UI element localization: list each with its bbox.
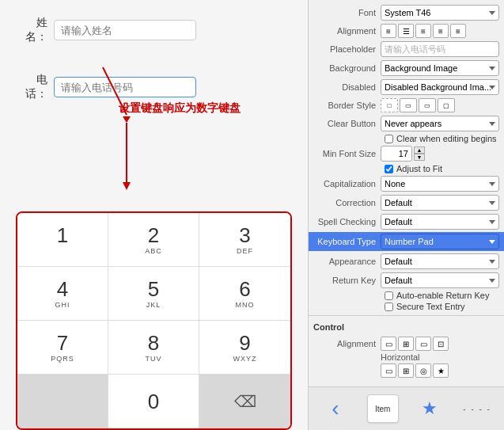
border-style-row: Border Style □ ▭ ▭ ▢ <box>309 97 504 114</box>
name-input[interactable] <box>54 20 196 40</box>
disabled-row: Disabled Disabled Background Ima... <box>309 78 504 97</box>
numpad-key-3[interactable]: 3 DEF <box>199 213 290 267</box>
numpad-grid: 1 2 ABC 3 DEF 4 GHI 5 JKL 6 MNO <box>17 213 290 428</box>
ctrl-valign-1[interactable]: ▭ <box>381 363 396 378</box>
numpad-key-8[interactable]: 8 TUV <box>108 321 199 375</box>
font-size-up-btn[interactable]: ▲ <box>414 147 425 154</box>
name-row: 姓名： <box>16 16 292 44</box>
item-toolbar-btn[interactable]: Item <box>367 394 399 423</box>
align-center-btn[interactable]: ☰ <box>398 24 414 38</box>
control-alignment-label: Alignment <box>313 339 381 348</box>
svg-marker-3 <box>123 182 131 190</box>
divider-1 <box>309 315 504 316</box>
phone-input[interactable] <box>54 77 196 97</box>
numpad-key-6[interactable]: 6 MNO <box>199 267 290 321</box>
dots-toolbar-btn[interactable]: - - - - <box>461 394 493 423</box>
ctrl-align-3[interactable]: ▭ <box>415 337 431 351</box>
align-left-btn[interactable]: ≡ <box>381 24 396 38</box>
dots-icon: - - - - <box>463 405 491 413</box>
return-key-row: Return Key Default <box>309 271 504 290</box>
phone-label: 电话： <box>16 73 47 101</box>
background-label: Background <box>313 63 381 73</box>
font-size-down-btn[interactable]: ▼ <box>414 154 425 161</box>
border-style-buttons: □ ▭ ▭ ▢ <box>381 98 499 112</box>
numpad-key-1[interactable]: 1 <box>17 213 108 267</box>
numpad-key-empty <box>17 375 108 428</box>
background-control: Background Image <box>381 60 499 76</box>
background-row: Background Background Image <box>309 59 504 78</box>
placeholder-input[interactable] <box>381 41 499 57</box>
return-key-label: Return Key <box>313 276 381 285</box>
clear-button-row: Clear Button Never appears <box>309 114 504 133</box>
min-font-label: Min Font Size <box>313 149 381 158</box>
appearance-control: Default <box>381 253 499 269</box>
phone-row: 电话： <box>16 73 292 101</box>
correction-label: Correction <box>313 198 381 207</box>
properties-area: Font System T46 Alignment ≡ ☰ ≡ ≡ ≡ Plac… <box>309 0 504 386</box>
numpad-key-7[interactable]: 7 PQRS <box>17 321 108 375</box>
numpad-key-9[interactable]: 9 WXYZ <box>199 321 290 375</box>
disabled-select[interactable]: Disabled Background Ima... <box>381 79 499 95</box>
ctrl-valign-3[interactable]: ◎ <box>415 363 431 378</box>
min-font-control: ▲ ▼ <box>381 146 499 162</box>
appearance-label: Appearance <box>313 257 381 266</box>
control-alignment-row2: ▭ ⊞ ◎ ★ <box>309 362 504 379</box>
back-icon: ‹ <box>332 396 339 421</box>
capitalization-select[interactable]: None <box>381 176 499 192</box>
numpad-key-0[interactable]: 0 <box>108 375 199 428</box>
left-panel: 姓名： 设置键盘响应为数字键盘 电话： 添加 1 2 <box>0 0 309 430</box>
clear-editing-label: Clear when editing begins <box>396 134 497 143</box>
star-toolbar-btn[interactable]: ★ <box>414 394 445 423</box>
numpad-key-5[interactable]: 5 JKL <box>108 267 199 321</box>
numpad-key-4[interactable]: 4 GHI <box>17 267 108 321</box>
align-justify-btn[interactable]: ≡ <box>433 24 449 38</box>
ctrl-align-4[interactable]: ⊡ <box>433 337 449 351</box>
secure-text-checkbox[interactable] <box>385 303 393 311</box>
numpad-key-backspace[interactable]: ⌫ <box>199 375 290 428</box>
keyboard-type-row: Keyboard Type Number Pad <box>309 232 504 251</box>
border-none-btn[interactable]: □ <box>381 98 398 112</box>
numpad-key-2[interactable]: 2 ABC <box>108 213 199 267</box>
ctrl-valign-4[interactable]: ★ <box>433 363 449 378</box>
min-font-row: Min Font Size ▲ ▼ <box>309 144 504 163</box>
adjust-fit-row: Adjust to Fit <box>309 163 504 174</box>
capitalization-label: Capitalization <box>313 179 381 188</box>
align-right-btn[interactable]: ≡ <box>415 24 431 38</box>
background-select[interactable]: Background Image <box>381 60 499 76</box>
adjust-fit-checkbox[interactable] <box>385 165 393 173</box>
align-natural-btn[interactable]: ≡ <box>450 24 466 38</box>
item-label: Item <box>375 405 390 413</box>
spell-checking-label: Spell Checking <box>313 217 381 226</box>
clear-editing-row: Clear when editing begins <box>309 133 504 144</box>
ctrl-align-1[interactable]: ▭ <box>381 337 396 351</box>
alignment-buttons: ≡ ☰ ≡ ≡ ≡ <box>381 24 499 38</box>
ctrl-align-2[interactable]: ⊞ <box>398 337 414 351</box>
spell-checking-select[interactable]: Default <box>381 214 499 230</box>
control-section-header: Control <box>309 319 504 335</box>
placeholder-control <box>381 41 499 57</box>
font-select[interactable]: System T46 <box>381 5 499 21</box>
border-line-btn[interactable]: ▭ <box>400 98 417 112</box>
appearance-select[interactable]: Default <box>381 253 499 269</box>
alignment-row: Alignment ≡ ☰ ≡ ≡ ≡ <box>309 22 504 40</box>
border-bezel-btn[interactable]: ▭ <box>419 98 436 112</box>
secure-text-label: Secure Text Entry <box>396 302 465 311</box>
min-font-input[interactable] <box>381 146 412 162</box>
keyboard-type-label: Keyboard Type <box>313 237 381 246</box>
clear-editing-checkbox[interactable] <box>385 135 393 143</box>
ctrl-valign-2[interactable]: ⊞ <box>398 363 414 378</box>
correction-select[interactable]: Default <box>381 195 499 211</box>
auto-enable-checkbox[interactable] <box>385 291 393 300</box>
back-toolbar-btn[interactable]: ‹ <box>320 394 351 423</box>
control-alignment-buttons2: ▭ ⊞ ◎ ★ <box>381 363 499 378</box>
form-area: 姓名： 设置键盘响应为数字键盘 电话： <box>0 0 308 120</box>
border-rounded-btn[interactable]: ▢ <box>438 98 455 112</box>
control-alignment-row: Alignment ▭ ⊞ ▭ ⊡ <box>309 335 504 352</box>
keyboard-type-select[interactable]: Number Pad <box>381 234 499 249</box>
auto-enable-row: Auto-enable Return Key <box>309 290 504 301</box>
clear-button-label: Clear Button <box>313 119 381 128</box>
clear-button-select[interactable]: Never appears <box>381 116 499 131</box>
return-key-select[interactable]: Default <box>381 272 499 288</box>
numpad-container: 1 2 ABC 3 DEF 4 GHI 5 JKL 6 MNO <box>16 211 292 430</box>
font-row: Font System T46 <box>309 3 504 22</box>
